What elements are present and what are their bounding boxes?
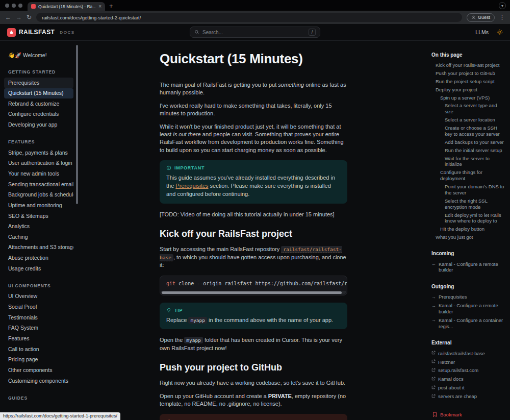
railsfast-logo[interactable]: RAILSFAST DOCS <box>7 28 75 37</box>
sidebar-scrollbar <box>75 41 79 420</box>
arrow-right-icon: → <box>431 294 436 300</box>
sidebar-item[interactable]: Your new admin tools <box>4 168 73 179</box>
toc-item[interactable]: Create or choose a SSH key to access you… <box>445 124 505 138</box>
sidebar-item[interactable]: Attachments and S3 storage <box>4 242 73 253</box>
sidebar-item[interactable]: Analytics <box>4 221 73 232</box>
sidebar-item[interactable]: Background jobs & scheduled... <box>4 190 73 201</box>
outgoing-link[interactable]: →Kamal - Configure a remote builder <box>431 302 505 316</box>
toc-item[interactable]: Point your domain's DNS to the server <box>445 183 505 197</box>
sidebar-item[interactable]: SEO & Sitemaps <box>4 211 73 221</box>
toc-item[interactable]: Deploy your project <box>436 86 505 94</box>
toc-item[interactable]: Select a server location <box>445 116 505 124</box>
external-link-icon <box>431 368 436 372</box>
address-bar[interactable]: railsfast.com/docs/getting-started-2-qui… <box>36 13 462 22</box>
incoming-link[interactable]: ←Kamal - Configure a remote builder <box>431 260 505 275</box>
toc-item[interactable]: Kick off your RailsFast project <box>436 61 505 69</box>
outgoing-link[interactable]: →Kamal - Configure a container regis... <box>431 316 505 331</box>
window-minimize-button[interactable] <box>12 4 16 8</box>
toc-item[interactable]: Push your project to GitHub <box>436 69 505 78</box>
external-link[interactable]: Kamal docs <box>431 375 505 384</box>
window-close-button[interactable] <box>5 4 9 8</box>
toc-item[interactable]: Run the project setup script <box>436 78 505 86</box>
warning-callout: WARNING Make sure the repository you cre… <box>160 414 347 420</box>
toc-item[interactable]: Run the initial server setup <box>445 146 505 155</box>
search-input[interactable] <box>202 30 305 35</box>
tab-search-button[interactable]: ▾ <box>499 2 506 9</box>
toc-item[interactable]: What you just got <box>436 233 505 241</box>
info-icon <box>166 165 171 170</box>
sidebar-item[interactable]: Usage credits <box>4 263 73 274</box>
external-link[interactable]: Hetzner <box>431 358 505 366</box>
sidebar-section-getting-started: GETTING STARTED <box>8 69 69 75</box>
toc-item[interactable]: Add backups to your server <box>445 138 505 146</box>
external-link[interactable]: servers are cheap <box>431 392 505 401</box>
guest-label: Guest <box>478 15 490 20</box>
toc-item[interactable]: Edit deploy.yml to let Rails know where … <box>445 211 505 226</box>
tab-close-icon[interactable]: × <box>98 4 101 9</box>
sidebar-item[interactable]: Social Proof <box>4 302 73 313</box>
reload-button[interactable]: ↻ <box>27 14 32 20</box>
person-icon <box>471 15 476 20</box>
theme-toggle-sun-icon[interactable] <box>497 29 503 35</box>
incoming-title: Incoming <box>431 251 505 256</box>
forward-button[interactable]: → <box>16 14 22 20</box>
status-bar: https://railsfast.com/docs/getting-start… <box>0 412 120 420</box>
section-heading-push: Push your project to GitHub <box>160 362 347 373</box>
sidebar-item[interactable]: Features <box>4 333 73 344</box>
external-link[interactable]: setup.railsfast.com <box>431 366 505 375</box>
sidebar-item[interactable]: Uptime and monitoring <box>4 200 73 211</box>
toc-item[interactable]: Configure things for deployment <box>440 168 505 183</box>
external-link[interactable]: railsfast/railsfast-base <box>431 349 505 358</box>
header-actions: LLMs <box>475 29 503 35</box>
guest-profile-button[interactable]: Guest <box>467 13 495 22</box>
tab-bar: Quickstart (15 Minutes) - Ra… × + ▾ <box>0 0 510 11</box>
outgoing-link[interactable]: →Prerequisites <box>431 293 505 302</box>
sidebar-item[interactable]: Sending transactional emails <box>4 179 73 190</box>
flame-icon <box>7 28 16 37</box>
back-button[interactable]: ← <box>5 14 11 20</box>
sidebar-item[interactable]: Call to action <box>4 344 73 355</box>
toc-item[interactable]: Hit the deploy button <box>440 225 505 233</box>
paragraph: Open up your GitHub account and create a… <box>160 392 347 408</box>
browser-toolbar: ← → ↻ railsfast.com/docs/getting-started… <box>0 11 510 24</box>
toc-item[interactable]: Wait for the server to initialize <box>445 155 505 169</box>
sidebar-item[interactable]: Abuse protection <box>4 253 73 264</box>
prerequisites-link[interactable]: Prerequisites <box>175 183 208 189</box>
on-this-page-panel: On this page Kick off your RailsFast pro… <box>428 41 510 420</box>
sidebar-section-guides: GUIDES <box>8 396 69 401</box>
llms-link[interactable]: LLMs <box>475 29 489 35</box>
sidebar-item-prerequisites[interactable]: Prerequisites <box>4 78 73 88</box>
sidebar-item-welcome[interactable]: 👋🚀 Welcome! <box>4 50 73 60</box>
sidebar-item[interactable]: Configure credentials <box>4 109 73 120</box>
sidebar-item[interactable]: FAQ System <box>4 323 73 334</box>
sidebar-item[interactable]: Developing your app <box>4 120 73 131</box>
sidebar-section-features: FEATURES <box>8 139 69 144</box>
sidebar-item[interactable]: Other components <box>4 365 73 376</box>
toc-item[interactable]: Spin up a server (VPS) <box>440 94 505 102</box>
sidebar-item[interactable]: Customizing components <box>4 376 73 386</box>
search-box[interactable]: / <box>190 27 320 38</box>
sidebar-item-quickstart[interactable]: Quickstart (15 Minutes) <box>4 88 73 99</box>
sidebar-item[interactable]: Pricing page <box>4 355 73 365</box>
sidebar-item[interactable]: Caching <box>4 232 73 242</box>
external-link[interactable]: post about it <box>431 384 505 392</box>
toc-item[interactable]: Select a server type and size <box>445 102 505 116</box>
external-title: External <box>431 340 505 345</box>
sidebar-item[interactable]: Stripe, payments & plans <box>4 147 73 158</box>
new-tab-button[interactable]: + <box>109 3 113 9</box>
browser-menu-button[interactable]: ⋮ <box>499 14 505 21</box>
todo-note: [TODO: Video of me doing all this tutori… <box>160 211 347 218</box>
sidebar-item[interactable]: User authentication & login <box>4 158 73 169</box>
sidebar-item[interactable]: Testimonials <box>4 312 73 323</box>
external-link-icon <box>431 359 436 363</box>
bookmark-button[interactable]: Bookmark <box>432 412 505 417</box>
scrollbar-thumb[interactable] <box>76 45 78 204</box>
sidebar-item[interactable]: UI Overview <box>4 291 73 302</box>
browser-tab[interactable]: Quickstart (15 Minutes) - Ra… × <box>28 2 105 11</box>
horizontal-scrollbar[interactable] <box>161 291 346 294</box>
scrollbar-thumb[interactable] <box>162 291 342 294</box>
window-zoom-button[interactable] <box>18 4 22 8</box>
toc-item[interactable]: Select the right SSL encryption mode <box>445 197 505 211</box>
brand-name: RAILSFAST <box>19 29 55 36</box>
sidebar-item[interactable]: Rebrand & customize <box>4 98 73 109</box>
